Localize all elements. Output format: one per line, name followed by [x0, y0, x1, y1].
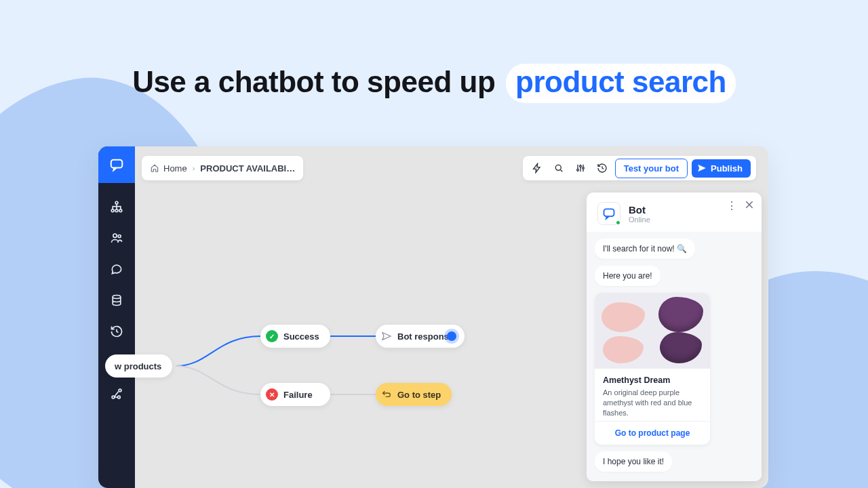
bot-avatar — [597, 202, 620, 225]
svg-point-11 — [555, 165, 561, 170]
flow-node-success[interactable]: ✓ Success — [260, 325, 330, 348]
chat-menu-button[interactable]: ⋮ — [726, 199, 737, 213]
sidebar-item-training[interactable] — [98, 253, 135, 285]
flow-active-pulse — [447, 331, 456, 341]
breadcrumb: Home › PRODUCT AVAILABI… — [142, 156, 303, 180]
chat-message: Here you are! — [595, 266, 660, 286]
chevron-icon: › — [193, 164, 195, 172]
bolt-icon — [532, 163, 542, 174]
sitemap-icon — [110, 200, 123, 214]
chat-bot-status: Online — [629, 216, 650, 224]
home-icon — [150, 163, 159, 173]
sidebar-item-flows[interactable] — [98, 191, 135, 222]
chat-header: Bot Online ⋮ — [587, 192, 762, 232]
x-icon: ✕ — [266, 388, 278, 401]
product-cta-button[interactable]: Go to product page — [595, 421, 710, 445]
app-frame: Home › PRODUCT AVAILABI… Test your bot P… — [98, 146, 768, 488]
headline-highlight: product search — [506, 64, 736, 103]
publish-label: Publish — [711, 163, 743, 174]
chat-bubble-icon — [110, 262, 123, 276]
sidebar-item-integrations[interactable] — [98, 378, 135, 409]
flow-canvas[interactable]: Home › PRODUCT AVAILABI… Test your bot P… — [135, 146, 768, 488]
send-icon — [697, 163, 707, 173]
svg-rect-0 — [111, 160, 123, 168]
history-button[interactable] — [593, 159, 611, 177]
svg-point-10 — [117, 396, 120, 399]
svg-point-7 — [113, 296, 121, 299]
flow-node-root[interactable]: w products — [105, 354, 172, 378]
sidebar-item-data[interactable] — [98, 285, 135, 316]
app-logo[interactable] — [98, 146, 135, 183]
database-icon — [110, 293, 123, 307]
chat-bot-name: Bot — [629, 204, 650, 216]
sidebar-item-users[interactable] — [98, 222, 135, 253]
svg-point-9 — [119, 389, 121, 392]
flow-node-root-label: w products — [115, 361, 161, 371]
sidebar — [98, 146, 135, 488]
return-icon — [381, 389, 392, 400]
svg-point-1 — [115, 201, 118, 204]
flow-node-failure[interactable]: ✕ Failure — [260, 383, 330, 406]
check-icon: ✓ — [266, 330, 278, 342]
bolt-button[interactable] — [528, 159, 546, 177]
search-button[interactable] — [550, 159, 568, 177]
flow-node-failure-label: Failure — [283, 390, 313, 400]
product-title: Amethyst Dream — [603, 375, 702, 385]
publish-button[interactable]: Publish — [692, 159, 751, 178]
svg-point-5 — [113, 234, 117, 237]
settings-button[interactable] — [572, 159, 589, 177]
product-card[interactable]: Amethyst Dream An original deep purple a… — [595, 293, 710, 445]
users-icon — [110, 231, 123, 245]
test-bot-button[interactable]: Test your bot — [615, 159, 688, 178]
chat-icon — [109, 157, 124, 172]
svg-point-14 — [582, 167, 584, 169]
clock-back-icon — [597, 163, 608, 174]
svg-rect-17 — [604, 209, 614, 216]
svg-point-12 — [576, 169, 578, 171]
svg-point-2 — [111, 209, 114, 212]
send-icon — [381, 331, 392, 342]
flow-node-go-to-step-label: Go to step — [397, 390, 441, 400]
nodes-icon — [110, 387, 123, 401]
flow-node-go-to-step[interactable]: Go to step — [376, 383, 452, 406]
product-description: An original deep purple amethyst with re… — [603, 388, 702, 418]
svg-point-6 — [118, 235, 121, 238]
svg-point-3 — [115, 209, 118, 212]
svg-point-4 — [119, 209, 122, 212]
online-indicator — [615, 220, 621, 226]
search-icon — [553, 163, 564, 174]
breadcrumb-current[interactable]: PRODUCT AVAILABI… — [200, 163, 295, 174]
close-icon — [744, 199, 755, 210]
chat-close-button[interactable] — [744, 199, 755, 213]
chat-icon — [602, 207, 616, 220]
page-headline: Use a chatbot to speed up product search — [0, 64, 868, 103]
sidebar-item-history[interactable] — [98, 316, 135, 347]
chat-message: I hope you like it! — [595, 451, 672, 472]
sliders-icon — [575, 163, 586, 174]
chat-body: I'll search for it now! 🔍 Here you are! … — [587, 232, 762, 481]
history-icon — [110, 325, 123, 338]
breadcrumb-home[interactable]: Home — [163, 163, 187, 174]
svg-point-13 — [579, 165, 581, 167]
headline-prefix: Use a chatbot to speed up — [132, 65, 495, 98]
chat-preview-panel: Bot Online ⋮ I'll search for it now! 🔍 H… — [587, 192, 762, 481]
editor-toolbar: Test your bot Publish — [523, 156, 756, 180]
product-image — [595, 293, 710, 369]
flow-node-bot-response-label: Bot response — [397, 331, 454, 342]
chat-message: I'll search for it now! 🔍 — [595, 239, 695, 259]
flow-node-success-label: Success — [283, 331, 319, 342]
